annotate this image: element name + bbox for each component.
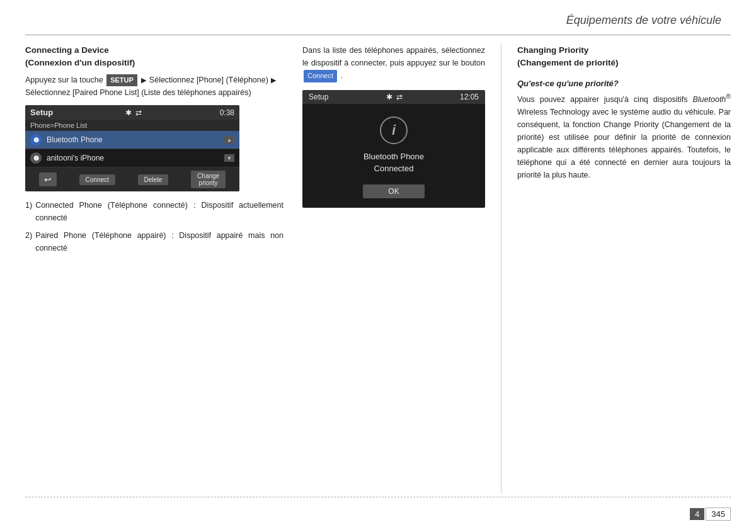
- connect-inline-button: Connect: [304, 70, 337, 82]
- heading-line1: Connecting a Device: [25, 45, 109, 55]
- ok-button[interactable]: OK: [363, 184, 424, 198]
- priority-italic-heading: Qu'est-ce qu'une priorité?: [517, 79, 731, 88]
- arrow-right-2: ▶: [271, 76, 276, 84]
- info-icon: i: [380, 116, 408, 144]
- left-column: Connecting a Device (Connexion d'un disp…: [25, 44, 296, 494]
- middle-text-end: .: [338, 71, 343, 80]
- left-section-heading: Connecting a Device (Connexion d'un disp…: [25, 44, 284, 70]
- registered-symbol: ®: [726, 93, 731, 100]
- back-button[interactable]: ↩: [39, 173, 57, 186]
- screen2-topbar: Setup ✱ ⇄ 12:05: [302, 90, 485, 104]
- screen2-clock: 12:05: [460, 93, 479, 101]
- right-body-text: Vous pouvez appairer jusqu'à cinq dispos…: [517, 92, 731, 181]
- list-item-1[interactable]: ❶ Bluetooth Phone ▲: [25, 131, 239, 149]
- right-column: Changing Priority (Changement de priorit…: [511, 44, 731, 494]
- list-item-2[interactable]: ❷ anitooni's iPhone ▼: [25, 149, 239, 167]
- screen1-topbar: Setup ✱ ⇄ 0:38: [25, 105, 239, 120]
- vertical-separator: [501, 44, 501, 494]
- connect-screen-button[interactable]: Connect: [79, 174, 115, 185]
- heading-line2: (Connexion d'un dispositif): [25, 58, 135, 67]
- item1-label: Bluetooth Phone: [47, 135, 219, 144]
- numbered-list: 1) Connected Phone (Téléphone connecté) …: [25, 199, 284, 254]
- item1-badge: ❶: [30, 134, 42, 145]
- body-part1: Appuyez sur la touche: [25, 76, 103, 84]
- screen2-arrows-icon: ⇄: [396, 93, 403, 101]
- item2-label: anitooni's iPhone: [47, 154, 219, 162]
- middle-text-part1: Dans la liste des téléphones appairés, s…: [302, 46, 485, 67]
- content-area: Connecting a Device (Connexion d'un disp…: [25, 44, 731, 494]
- screen-mockup-1: Setup ✱ ⇄ 0:38 Phone>Phone List ❶ Blueto…: [25, 105, 239, 191]
- scroll-buttons-2: ▼: [224, 154, 234, 162]
- screen2-body: i Bluetooth Phone Connected OK: [302, 104, 485, 208]
- screen1-title: Setup: [30, 108, 53, 117]
- bluetooth-trademark: Bluetooth: [693, 95, 726, 104]
- delete-button[interactable]: Delete: [138, 174, 169, 185]
- arrows-icon: ⇄: [135, 108, 142, 117]
- list-num-1: 1): [25, 199, 32, 224]
- page-number-area: 4 345: [690, 507, 731, 521]
- middle-column: Dans la liste des téléphones appairés, s…: [296, 44, 491, 494]
- body-part2: Sélectionnez [Phone] (Téléphone): [149, 76, 268, 84]
- scroll-buttons: ▲: [224, 136, 234, 144]
- page-header: Équipements de votre véhicule: [566, 14, 721, 27]
- screen1-bottom-bar: ↩ Connect Delete Changepriority: [25, 167, 239, 191]
- list-text-2: Paired Phone (Téléphone appairé) : Dispo…: [35, 229, 284, 254]
- screen2-line1: Bluetooth Phone: [364, 150, 424, 163]
- right-heading-line1: Changing Priority: [517, 45, 588, 55]
- left-body-text: Appuyez sur la touche SETUP ▶ Sélectionn…: [25, 74, 284, 99]
- screen2-message: Bluetooth Phone Connected: [364, 150, 424, 175]
- item2-badge: ❷: [30, 152, 42, 164]
- screen2-icons: ✱ ⇄: [386, 93, 403, 101]
- scroll-up[interactable]: ▲: [224, 136, 234, 144]
- screen1-icons: ✱ ⇄: [125, 108, 142, 117]
- chapter-number: 4: [690, 508, 704, 520]
- change-priority-button[interactable]: Changepriority: [191, 171, 226, 188]
- list-num-2: 2): [25, 229, 32, 254]
- body-part3: Sélectionnez [Paired Phone List] (Liste …: [25, 88, 251, 97]
- screen-mockup-2: Setup ✱ ⇄ 12:05 i Bluetooth Phone Connec…: [302, 90, 485, 208]
- scroll-down[interactable]: ▼: [224, 154, 234, 162]
- screen1-list: ❶ Bluetooth Phone ▲ ❷ anitooni's iPhone …: [25, 131, 239, 167]
- top-border: [25, 35, 731, 35]
- info-symbol: i: [392, 122, 396, 139]
- page-number: 345: [706, 507, 731, 521]
- list-text-1: Connected Phone (Téléphone connecté) : D…: [35, 199, 284, 224]
- setup-button-label: SETUP: [106, 74, 137, 87]
- bottom-border: [25, 497, 731, 497]
- right-heading-line2: (Changement de priorité): [517, 58, 619, 67]
- arrow-right-1: ▶: [141, 76, 146, 84]
- screen1-clock: 0:38: [220, 108, 234, 117]
- list-item-2-text: 2) Paired Phone (Téléphone appairé) : Di…: [25, 229, 284, 254]
- screen2-line2: Connected: [364, 162, 424, 175]
- screen2-bluetooth-icon: ✱: [386, 93, 392, 101]
- screen2-title: Setup: [309, 93, 328, 101]
- middle-body-text: Dans la liste des téléphones appairés, s…: [302, 44, 485, 82]
- right-section-heading: Changing Priority (Changement de priorit…: [517, 44, 731, 70]
- list-item-1-text: 1) Connected Phone (Téléphone connecté) …: [25, 199, 284, 224]
- bluetooth-icon: ✱: [125, 108, 132, 117]
- header-title: Équipements de votre véhicule: [566, 14, 721, 26]
- screen1-breadcrumb: Phone>Phone List: [25, 120, 239, 131]
